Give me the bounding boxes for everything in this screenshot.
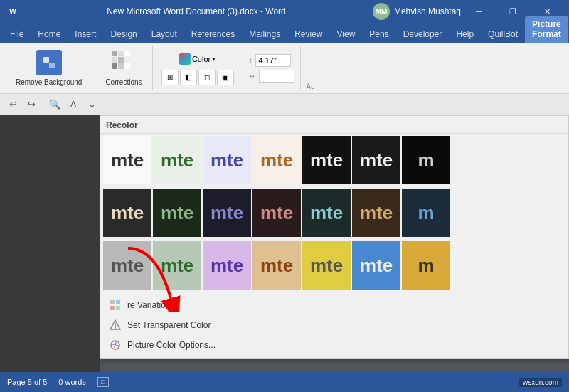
recolor-3-4[interactable]: mte xyxy=(252,241,301,290)
height-input[interactable]: 4.17" xyxy=(255,54,291,67)
color-options-icon xyxy=(109,339,122,351)
tab-layout[interactable]: Layout xyxy=(144,26,184,43)
recolor-3-7[interactable]: m xyxy=(402,241,450,290)
tab-mailings[interactable]: Mailings xyxy=(242,26,287,43)
svg-rect-4 xyxy=(118,51,124,56)
tab-picture-format[interactable]: Picture Format xyxy=(525,16,568,43)
divider xyxy=(43,99,43,110)
recolor-1-4[interactable]: mte xyxy=(252,136,301,184)
remove-background-group: Remove Background xyxy=(6,46,92,90)
redo-icon[interactable]: ↪ xyxy=(24,97,38,112)
recolor-1-5[interactable]: mte xyxy=(302,136,351,184)
recolor-2-7[interactable]: m xyxy=(402,189,450,237)
tab-quillbot[interactable]: QuillBot xyxy=(481,26,525,43)
font-icon[interactable]: A xyxy=(66,97,80,112)
adjust-label: Ac xyxy=(304,46,318,90)
corrections-group: Corrections xyxy=(95,46,152,90)
title-bar: W New Microsoft Word Document (3).docx -… xyxy=(0,0,569,23)
recolor-3-3[interactable]: mte xyxy=(203,241,251,290)
avatar: MM xyxy=(373,3,390,20)
ribbon-small-icons: ⊞ ◧ ◻ ▣ xyxy=(161,70,234,85)
minimize-button[interactable]: ─ xyxy=(462,0,495,23)
color-panel: Recolor mte mte mte mte mte xyxy=(100,115,569,359)
word-count: 0 words xyxy=(58,378,86,386)
svg-rect-10 xyxy=(118,63,124,69)
recolor-section-label: Recolor xyxy=(100,116,568,134)
menu-item-variations[interactable]: re Variations xyxy=(100,295,568,315)
status-bar: Page 5 of 5 0 words □ wsxdn.com xyxy=(0,372,569,392)
svg-rect-13 xyxy=(116,300,120,304)
svg-point-18 xyxy=(115,327,116,329)
dropdown-icon[interactable]: ⌄ xyxy=(85,97,99,112)
svg-rect-14 xyxy=(110,306,115,310)
color-group: Color ▾ ⊞ ◧ ◻ ▣ xyxy=(156,46,240,90)
svg-rect-7 xyxy=(118,57,124,63)
svg-rect-0 xyxy=(41,54,58,71)
menu-item-color-options[interactable]: Picture Color Options... xyxy=(100,335,568,355)
transparent-icon xyxy=(109,319,122,332)
svg-rect-11 xyxy=(124,63,130,69)
remove-background-button[interactable]: Remove Background xyxy=(11,47,86,90)
tab-insert[interactable]: Insert xyxy=(68,26,103,43)
variations-icon xyxy=(109,299,122,312)
word-app-icon: W xyxy=(6,4,20,18)
menu-item-transparent[interactable]: Set Transparent Color xyxy=(100,315,568,335)
svg-rect-1 xyxy=(43,57,49,63)
svg-rect-3 xyxy=(112,51,117,56)
color-icon xyxy=(179,53,191,65)
icon-btn-2[interactable]: ◧ xyxy=(180,70,197,85)
restore-button[interactable]: ❐ xyxy=(496,0,529,23)
recolor-3-1[interactable]: mte xyxy=(103,241,151,290)
color-options-label: Picture Color Options... xyxy=(127,340,216,350)
tab-design[interactable]: Design xyxy=(103,26,144,43)
tab-help[interactable]: Help xyxy=(449,26,481,43)
recolor-3-6[interactable]: mte xyxy=(352,241,400,290)
sidebar-labels xyxy=(0,115,100,127)
tab-developer[interactable]: Developer xyxy=(396,26,450,43)
recolor-1-2[interactable]: mte xyxy=(153,136,201,184)
icon-btn-4[interactable]: ▣ xyxy=(217,70,234,85)
document-title: New Microsoft Word Document (3).docx - W… xyxy=(20,6,373,16)
remove-background-label: Remove Background xyxy=(16,78,82,87)
panel-menu: re Variations Set Transparent Color Pict… xyxy=(100,292,568,358)
recolor-row-2: mte mte mte mte mte mte m xyxy=(100,186,568,239)
icon-btn-1[interactable]: ⊞ xyxy=(161,70,179,85)
recolor-row-1: mte mte mte mte mte mte m xyxy=(100,134,568,186)
recolor-3-5[interactable]: mte xyxy=(302,241,351,290)
tab-references[interactable]: References xyxy=(184,26,242,43)
recolor-1-7[interactable]: m xyxy=(402,136,450,184)
recolor-2-6[interactable]: mte xyxy=(352,189,400,237)
svg-rect-5 xyxy=(124,51,130,56)
tab-home[interactable]: Home xyxy=(31,26,68,43)
recolor-1-3[interactable]: mte xyxy=(203,136,251,184)
color-chevron: ▾ xyxy=(212,55,216,63)
toolbar-strip: ↩ ↪ 🔍 A ⌄ xyxy=(0,94,569,115)
svg-rect-9 xyxy=(112,63,117,69)
zoom-icon[interactable]: 🔍 xyxy=(48,97,62,112)
undo-icon[interactable]: ↩ xyxy=(6,97,20,112)
recolor-2-5[interactable]: mte xyxy=(302,189,351,237)
tab-file[interactable]: File xyxy=(3,26,31,43)
size-input-row: ↕ 4.17" xyxy=(249,54,294,67)
width-input[interactable] xyxy=(259,70,294,83)
recolor-2-4[interactable]: mte xyxy=(252,189,301,237)
recolor-1-6[interactable]: mte xyxy=(352,136,400,184)
transparent-label: Set Transparent Color xyxy=(127,320,211,330)
corrections-button[interactable]: Corrections xyxy=(101,47,146,90)
recolor-2-1[interactable]: mte xyxy=(103,189,151,237)
tab-review[interactable]: Review xyxy=(287,26,329,43)
color-dropdown-button[interactable]: Color ▾ xyxy=(175,51,220,67)
user-name: Mehvish Mushtaq xyxy=(394,6,461,16)
ribbon-tabs: File Home Insert Design Layout Reference… xyxy=(0,23,569,43)
svg-rect-15 xyxy=(116,306,120,310)
tab-view[interactable]: View xyxy=(330,26,363,43)
size-input-row-2: ↔ xyxy=(249,70,294,83)
recolor-1-1[interactable]: mte xyxy=(103,136,151,184)
recolor-3-2[interactable]: mte xyxy=(153,241,201,290)
recolor-2-3[interactable]: mte xyxy=(203,189,251,237)
icon-btn-3[interactable]: ◻ xyxy=(198,70,216,85)
recolor-2-2[interactable]: mte xyxy=(153,189,201,237)
tab-pens[interactable]: Pens xyxy=(362,26,395,43)
status-right: wsxdn.com xyxy=(519,378,562,387)
main-content: mte mte mte mte mte mte m xyxy=(0,115,569,372)
